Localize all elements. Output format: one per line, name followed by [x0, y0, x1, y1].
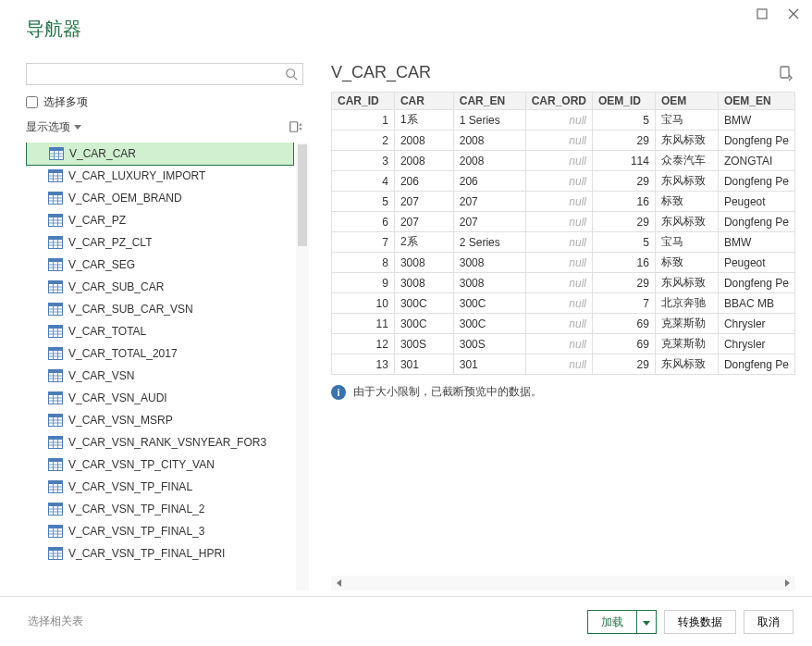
cell: 北京奔驰 — [655, 293, 718, 314]
column-header[interactable]: CAR_ID — [332, 93, 395, 110]
tree-item[interactable]: V_CAR_SEG — [26, 254, 294, 276]
tree-item[interactable]: V_CAR_SUB_CAR_VSN — [26, 298, 294, 320]
cell: Chrysler — [718, 314, 794, 334]
table-row[interactable]: 220082008null29东风标致Dongfeng Pe — [332, 130, 795, 151]
tree-item[interactable]: V_CAR_LUXURY_IMPORT — [26, 165, 294, 187]
column-header[interactable]: OEM_EN — [718, 93, 794, 110]
table-row[interactable]: 6207207null29东风标致Dongfeng Pe — [332, 212, 795, 232]
cell: BMW — [718, 232, 794, 253]
tree-item[interactable]: V_CAR_VSN_TP_CITY_VAN — [26, 453, 294, 476]
cell: 2008 — [453, 151, 525, 171]
svg-rect-43 — [49, 281, 63, 285]
tree-item[interactable]: V_CAR_VSN_TP_FINAL — [26, 476, 294, 498]
column-header[interactable]: CAR_EN — [453, 93, 525, 110]
display-options-dropdown[interactable]: 显示选项 — [26, 119, 81, 135]
scroll-right-icon[interactable] — [779, 576, 795, 590]
load-button[interactable]: 加载 — [587, 610, 637, 634]
cell: 300C — [453, 314, 525, 334]
cell: 300S — [394, 334, 453, 354]
tree-item[interactable]: V_CAR_PZ — [26, 209, 294, 231]
table-icon — [48, 258, 63, 271]
column-header[interactable]: OEM_ID — [593, 93, 656, 110]
column-header[interactable]: OEM — [655, 93, 718, 110]
svg-rect-67 — [49, 370, 63, 374]
search-input[interactable] — [26, 63, 303, 85]
tree-item-label: V_CAR_VSN_TP_FINAL_3 — [68, 525, 204, 538]
tree-item[interactable]: V_CAR_VSN_MSRP — [26, 409, 294, 431]
svg-rect-55 — [49, 326, 63, 329]
table-row[interactable]: 11系1 Seriesnull5宝马BMW — [332, 110, 795, 130]
cell: Peugeot — [718, 253, 794, 273]
cell: Dongfeng Pe — [718, 130, 794, 151]
column-header[interactable]: CAR — [394, 93, 453, 110]
preview-horizontal-scrollbar[interactable] — [331, 576, 795, 590]
table-row[interactable]: 72系2 Seriesnull5宝马BMW — [332, 232, 795, 253]
table-row[interactable]: 10300C300Cnull7北京奔驰BBAC MB — [332, 293, 795, 314]
scrollbar-thumb[interactable] — [298, 144, 307, 246]
transform-data-button[interactable]: 转换数据 — [664, 610, 736, 634]
table-icon — [48, 525, 63, 538]
navigator-tree[interactable]: V_CAR_CARV_CAR_LUXURY_IMPORTV_CAR_OEM_BR… — [26, 143, 294, 590]
table-row[interactable]: 13301301null29东风标致Dongfeng Pe — [332, 354, 795, 375]
tree-item[interactable]: V_CAR_VSN_TP_FINAL_3 — [26, 520, 294, 542]
cell: null — [525, 334, 592, 354]
refresh-tree-icon[interactable] — [289, 120, 303, 135]
svg-rect-115 — [49, 548, 63, 552]
cell: 207 — [453, 192, 525, 212]
select-multiple-checkbox[interactable]: 选择多项 — [26, 94, 314, 110]
footer: 选择相关表 加载 转换数据 取消 — [0, 596, 812, 646]
cell: 东风标致 — [655, 130, 718, 151]
search-icon[interactable] — [283, 66, 300, 82]
svg-rect-61 — [49, 348, 63, 352]
tree-item[interactable]: V_CAR_TOTAL_2017 — [26, 342, 294, 365]
cell: 2系 — [394, 232, 453, 253]
table-row[interactable]: 320082008null114众泰汽车ZONGTAI — [332, 151, 795, 171]
tree-item[interactable]: V_CAR_VSN_RANK_VSNYEAR_FOR3 — [26, 431, 294, 453]
cell: 207 — [394, 212, 453, 232]
cell: 301 — [453, 354, 525, 375]
column-header[interactable]: CAR_ORD — [525, 93, 592, 110]
table-row[interactable]: 5207207null16标致Peugeot — [332, 192, 795, 212]
svg-rect-73 — [49, 392, 63, 396]
cell: null — [525, 293, 592, 314]
table-row[interactable]: 11300C300Cnull69克莱斯勒Chrysler — [332, 314, 795, 334]
tree-item[interactable]: V_CAR_TOTAL — [26, 320, 294, 342]
svg-rect-49 — [49, 304, 63, 307]
tree-item-label: V_CAR_VSN_MSRP — [68, 414, 173, 427]
table-row[interactable]: 830083008null16标致Peugeot — [332, 253, 795, 273]
tree-item[interactable]: V_CAR_PZ_CLT — [26, 231, 294, 254]
tree-vertical-scrollbar[interactable] — [296, 143, 309, 590]
table-row[interactable]: 12300S300Snull69克莱斯勒Chrysler — [332, 334, 795, 354]
cell: 众泰汽车 — [655, 151, 718, 171]
cell: 2008 — [394, 130, 453, 151]
load-dropdown-button[interactable] — [637, 610, 657, 634]
close-button[interactable] — [786, 6, 801, 21]
cell: 标致 — [655, 192, 718, 212]
tree-item[interactable]: V_CAR_OEM_BRAND — [26, 187, 294, 209]
cell: 5 — [593, 110, 656, 130]
preview-options-icon[interactable] — [779, 65, 795, 81]
cell: 7 — [593, 293, 656, 314]
svg-rect-120 — [781, 67, 789, 78]
svg-rect-7 — [50, 148, 64, 152]
maximize-button[interactable] — [755, 6, 769, 21]
select-related-tables-link[interactable]: 选择相关表 — [28, 614, 83, 629]
tree-item[interactable]: V_CAR_CAR — [26, 143, 294, 166]
cancel-button[interactable]: 取消 — [744, 610, 794, 634]
cell: null — [525, 314, 592, 334]
scroll-left-icon[interactable] — [331, 576, 348, 590]
cell: BBAC MB — [718, 293, 794, 314]
cell: null — [525, 273, 592, 293]
tree-item[interactable]: V_CAR_VSN_TP_FINAL_2 — [26, 498, 294, 520]
table-row[interactable]: 4206206null29东风标致Dongfeng Pe — [332, 171, 795, 192]
table-row[interactable]: 930083008null29东风标致Dongfeng Pe — [332, 273, 795, 293]
svg-rect-5 — [290, 121, 298, 131]
cell: 1 — [332, 110, 395, 130]
select-multiple-input[interactable] — [26, 96, 38, 108]
cell: 东风标致 — [655, 354, 718, 375]
tree-item[interactable]: V_CAR_VSN — [26, 365, 294, 387]
tree-item[interactable]: V_CAR_VSN_AUDI — [26, 387, 294, 409]
cell: 114 — [593, 151, 656, 171]
tree-item[interactable]: V_CAR_SUB_CAR — [26, 276, 294, 298]
tree-item[interactable]: V_CAR_VSN_TP_FINAL_HPRI — [26, 542, 294, 565]
